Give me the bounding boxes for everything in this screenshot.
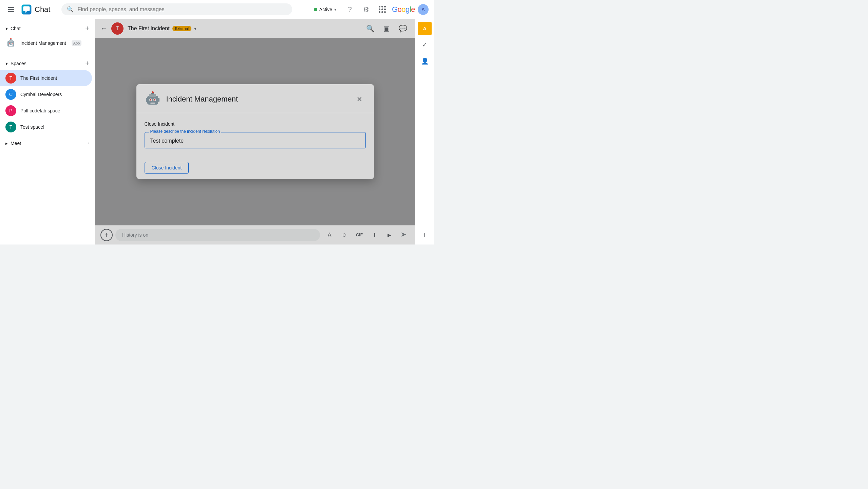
upload-button[interactable]: ⬆ <box>367 228 381 242</box>
content-area: ← T The First Incident External ▾ 🔍 ▣ 💬 <box>95 19 415 244</box>
field-value[interactable]: Test complete <box>150 137 360 144</box>
top-bar-right: Active ▾ ? ⚙ Google A <box>310 3 429 16</box>
right-panel-add-icon[interactable]: + <box>418 228 432 242</box>
sidebar-item-label: Test space! <box>20 124 44 130</box>
sidebar: ▾ Chat + <box>0 19 95 244</box>
sidebar-item-incident-management[interactable]: Incident Management App <box>0 35 92 51</box>
app-title: Chat <box>35 5 50 14</box>
svg-rect-17 <box>150 103 155 104</box>
hamburger-button[interactable] <box>5 4 17 15</box>
incident-management-modal: Incident Management ✕ Close Incident Ple… <box>136 84 374 179</box>
svg-point-7 <box>12 43 13 44</box>
app-badge: App <box>72 40 82 46</box>
modal-robot-icon <box>145 91 161 107</box>
input-icons: A ☺ GIF ⬆ ▶ ➤ <box>323 228 410 242</box>
add-content-button[interactable]: + <box>100 229 113 241</box>
right-panel-person-icon[interactable]: 👤 <box>418 54 432 68</box>
grid-icon <box>378 5 386 14</box>
sidebar-item-test-space[interactable]: T Test space! <box>0 119 92 135</box>
chat-messages-area: Incident Management ✕ Close Incident Ple… <box>95 38 415 225</box>
close-incident-button[interactable]: Close Incident <box>145 162 189 174</box>
search-icon: 🔍 <box>67 6 74 13</box>
svg-rect-20 <box>146 98 147 102</box>
sidebar-item-label: The First Incident <box>20 75 57 81</box>
svg-point-10 <box>10 38 12 39</box>
sidebar-item-label: Poll codelab space <box>20 108 60 113</box>
svg-point-15 <box>150 99 151 101</box>
gif-button[interactable]: GIF <box>353 228 366 242</box>
active-label: Active <box>319 7 332 12</box>
right-panel: A ✓ 👤 + <box>415 19 434 244</box>
chevron-down-icon: ▾ <box>5 26 8 31</box>
top-bar: Chat 🔍 Active ▾ ? ⚙ Google A <box>0 0 434 19</box>
chat-title-area: The First Incident External ▾ <box>128 25 359 32</box>
external-badge: External <box>172 26 191 31</box>
svg-point-16 <box>154 99 155 101</box>
spaces-section-title: ▾ Spaces <box>5 61 26 66</box>
back-button[interactable]: ← <box>100 24 107 32</box>
chat-name: The First Incident <box>128 25 170 32</box>
sidebar-item-label: Cymbal Developers <box>20 92 62 97</box>
modal-header: Incident Management ✕ <box>136 84 374 113</box>
active-status[interactable]: Active ▾ <box>310 5 340 14</box>
message-input-bar: + History is on A ☺ GIF ⬆ ▶ ➤ <box>95 225 415 244</box>
svg-point-19 <box>152 91 154 93</box>
chat-logo-icon <box>21 4 32 15</box>
sidebar-item-cymbal-developers[interactable]: C Cymbal Developers <box>0 86 92 103</box>
video-button[interactable]: ▣ <box>380 22 393 35</box>
emoji-button[interactable]: ☺ <box>338 228 351 242</box>
chat-avatar: T <box>111 22 124 35</box>
chat-section-title: ▾ Chat <box>5 26 21 31</box>
field-legend: Please describe the incident resolution <box>149 129 221 134</box>
chevron-down-icon: ▾ <box>5 61 8 66</box>
right-panel-tasks-icon[interactable]: ✓ <box>418 38 432 52</box>
sidebar-item-poll-codelab[interactable]: P Poll codelab space <box>0 103 92 119</box>
app-logo: Chat <box>21 4 50 15</box>
chevron-down-icon: ▾ <box>334 7 336 12</box>
help-button[interactable]: ? <box>343 3 357 16</box>
modal-title: Incident Management <box>166 95 348 104</box>
search-bar[interactable]: 🔍 <box>61 3 292 15</box>
chat-header: ← T The First Incident External ▾ 🔍 ▣ 💬 <box>95 19 415 38</box>
chat-section: ▾ Chat + <box>0 19 95 54</box>
format-text-button[interactable]: A <box>323 228 336 242</box>
chevron-down-icon[interactable]: ▾ <box>194 26 196 31</box>
space-avatar: T <box>5 122 16 132</box>
meet-button[interactable]: ▶ <box>382 228 396 242</box>
incident-management-label: Incident Management <box>20 40 66 46</box>
active-dot <box>314 8 317 11</box>
send-button[interactable]: ➤ <box>397 228 410 240</box>
settings-button[interactable]: ⚙ <box>359 3 373 16</box>
sidebar-item-the-first-incident[interactable]: T The First Incident <box>0 70 92 86</box>
apps-button[interactable] <box>376 3 389 16</box>
incident-resolution-field[interactable]: Please describe the incident resolution … <box>145 132 366 148</box>
svg-point-6 <box>9 43 10 44</box>
modal-footer: Close Incident <box>136 157 374 179</box>
modal-close-button[interactable]: ✕ <box>354 93 366 105</box>
message-input[interactable]: History is on <box>115 229 320 241</box>
google-wordmark: Google <box>392 5 415 14</box>
svg-rect-21 <box>158 98 159 102</box>
thread-button[interactable]: 💬 <box>396 22 410 35</box>
add-chat-button[interactable]: + <box>85 24 89 32</box>
user-avatar[interactable]: A <box>418 4 429 15</box>
chevron-right-icon: › <box>88 141 89 146</box>
section-label: Close Incident <box>145 121 366 127</box>
search-input[interactable] <box>78 6 287 13</box>
space-avatar: P <box>5 105 16 116</box>
space-avatar: T <box>5 73 16 84</box>
meet-section-title: ▸ Meet <box>5 141 21 146</box>
search-chat-button[interactable]: 🔍 <box>363 22 377 35</box>
right-panel-doc-icon[interactable]: A <box>418 22 432 35</box>
spaces-section-header[interactable]: ▾ Spaces + <box>0 57 95 70</box>
svg-rect-8 <box>9 45 13 46</box>
modal-body: Close Incident Please describe the incid… <box>136 113 374 157</box>
meet-section[interactable]: ▸ Meet › <box>0 138 95 149</box>
add-space-button[interactable]: + <box>85 59 89 67</box>
chat-section-header[interactable]: ▾ Chat + <box>0 22 95 35</box>
spaces-section: ▾ Spaces + T The First Incident C Cymbal… <box>0 54 95 138</box>
modal-overlay: Incident Management ✕ Close Incident Ple… <box>95 38 415 225</box>
main-layout: ▾ Chat + <box>0 19 434 244</box>
chevron-right-icon: ▸ <box>5 141 8 146</box>
chat-header-icons: 🔍 ▣ 💬 <box>363 22 410 35</box>
